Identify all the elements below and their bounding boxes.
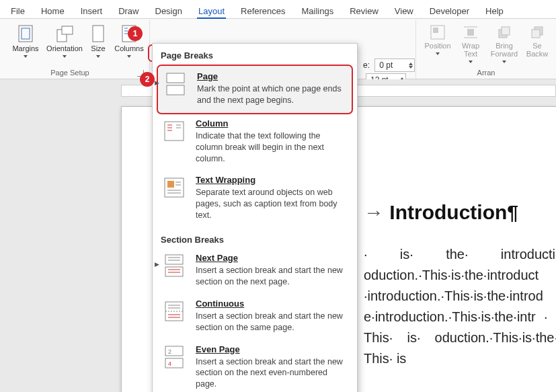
wrap-text-button[interactable]: Wrap Text — [456, 22, 485, 69]
tab-insert[interactable]: Insert — [73, 4, 111, 18]
menu-item-cont-desc: Insert a section break and start the new… — [196, 311, 349, 334]
heading-collapse-icon[interactable]: → — [364, 201, 384, 223]
spacing-before-value: 0 pt — [379, 58, 393, 73]
orientation-label: Orientation — [46, 44, 83, 52]
svg-rect-13 — [433, 28, 438, 33]
tab-developer[interactable]: Developer — [422, 4, 477, 18]
wrap-text-label: Wrap Text — [458, 42, 483, 58]
menu-item-wrap-title: Text Wrapping — [196, 175, 349, 185]
tab-mailings[interactable]: Mailings — [294, 4, 342, 18]
position-label: Position — [424, 42, 450, 50]
margins-button[interactable]: Margins — [7, 22, 44, 61]
svg-rect-14 — [467, 29, 474, 36]
svg-text:4: 4 — [168, 360, 171, 367]
columns-label: Columns — [114, 44, 143, 52]
annotation-marker-1: 1 — [128, 26, 143, 41]
orientation-button[interactable]: Orientation — [46, 22, 83, 61]
svg-rect-18 — [502, 27, 510, 35]
menu-item-page[interactable]: ▶ Page Mark the point at which one page … — [157, 65, 353, 114]
group-page-setup: Margins Orientation Size Columns Page Se… — [3, 20, 150, 79]
heading-introduction: → Introduction¶ — [364, 201, 556, 224]
body-text: · is· the· introduction.· This· is· oduc… — [364, 244, 556, 369]
page-break-icon — [163, 71, 188, 106]
size-icon — [91, 24, 105, 43]
svg-rect-4 — [93, 26, 104, 42]
spacing-before-label: e: — [363, 61, 370, 70]
send-backward-button[interactable]: Se Backw — [524, 22, 551, 69]
spacing-before-input[interactable]: 0 pt — [374, 58, 415, 72]
menu-section-page-breaks: Page Breaks — [153, 44, 357, 65]
text-wrapping-icon — [162, 175, 186, 221]
svg-rect-33 — [167, 181, 174, 188]
margins-label: Margins — [12, 44, 38, 52]
position-icon — [430, 24, 446, 40]
menu-item-column[interactable]: Column Indicate that the text following … — [153, 114, 357, 171]
annotation-marker-2: 2 — [140, 72, 155, 87]
svg-rect-25 — [167, 85, 184, 95]
tab-layout[interactable]: Layout — [190, 4, 233, 18]
svg-rect-38 — [165, 255, 183, 264]
chevron-down-icon — [24, 55, 28, 58]
spin-up-icon[interactable] — [409, 63, 413, 65]
ribbon-tabs: File Home Insert Draw Design Layout Refe… — [0, 0, 556, 19]
tab-help[interactable]: Help — [477, 4, 512, 18]
menu-item-next-title: Next Page — [196, 253, 349, 263]
tab-file[interactable]: File — [3, 4, 33, 18]
submenu-arrow-icon: ▶ — [155, 261, 159, 268]
wrap-text-icon — [463, 24, 479, 40]
columns-button[interactable]: Columns — [113, 22, 145, 61]
group-label-arrange: Arran — [422, 69, 551, 79]
svg-rect-20 — [532, 30, 540, 38]
menu-item-even-title: Even Page — [196, 344, 349, 354]
menu-item-wrap-desc: Separate text around objects on web page… — [196, 187, 349, 221]
tab-home[interactable]: Home — [33, 4, 73, 18]
size-button[interactable]: Size — [85, 22, 112, 61]
chevron-down-icon — [436, 52, 440, 55]
chevron-down-icon — [469, 61, 473, 63]
send-backward-icon — [529, 24, 545, 40]
menu-item-next-desc: Insert a section break and start the new… — [196, 265, 349, 288]
svg-rect-3 — [62, 26, 73, 34]
chevron-down-icon — [63, 55, 67, 58]
svg-rect-24 — [167, 73, 184, 83]
continuous-icon — [162, 299, 186, 334]
svg-rect-1 — [22, 28, 30, 39]
menu-item-even-page[interactable]: 24 Even Page Insert a section break and … — [153, 340, 357, 393]
menu-item-text-wrapping[interactable]: Text Wrapping Separate text around objec… — [153, 171, 357, 228]
svg-rect-41 — [165, 267, 183, 276]
submenu-arrow-icon: ▶ — [155, 79, 159, 86]
even-page-icon: 24 — [162, 344, 186, 391]
menu-item-continuous[interactable]: Continuous Insert a section break and st… — [153, 295, 357, 340]
tab-draw[interactable]: Draw — [110, 4, 147, 18]
svg-rect-26 — [165, 122, 184, 141]
group-arrange: Position Wrap Text Bring Forward Se Back… — [415, 20, 556, 79]
tab-references[interactable]: References — [233, 4, 293, 18]
menu-item-page-desc: Mark the point at which one page ends an… — [197, 83, 348, 106]
chevron-down-icon — [127, 55, 131, 58]
size-label: Size — [91, 44, 105, 52]
orientation-icon — [55, 24, 74, 43]
menu-item-next-page[interactable]: ▶ Next Page Insert a section break and s… — [153, 249, 357, 295]
menu-section-section-breaks: Section Breaks — [153, 228, 357, 249]
next-page-icon — [162, 253, 186, 288]
svg-text:2: 2 — [168, 348, 171, 355]
bring-forward-icon — [496, 24, 512, 40]
bring-forward-label: Bring Forward — [489, 42, 520, 58]
menu-item-column-desc: Indicate that the text following the col… — [196, 130, 349, 165]
tab-design[interactable]: Design — [147, 4, 190, 18]
menu-item-even-desc: Insert a section break and start the new… — [196, 356, 349, 391]
position-button[interactable]: Position — [422, 22, 454, 69]
chevron-down-icon — [96, 55, 100, 58]
column-break-icon — [162, 118, 186, 165]
menu-item-column-title: Column — [196, 118, 349, 128]
tab-view[interactable]: View — [387, 4, 422, 18]
menu-item-cont-title: Continuous — [196, 299, 349, 309]
spin-down-icon[interactable] — [409, 66, 413, 69]
chevron-down-icon — [502, 61, 506, 63]
send-backward-label: Se Backw — [525, 42, 549, 58]
group-label-page-setup: Page Setup — [7, 69, 145, 79]
breaks-menu: Page Breaks ▶ Page Mark the point at whi… — [152, 43, 358, 392]
tab-review[interactable]: Review — [342, 4, 387, 18]
menu-item-page-title: Page — [197, 71, 348, 81]
bring-forward-button[interactable]: Bring Forward — [487, 22, 521, 69]
